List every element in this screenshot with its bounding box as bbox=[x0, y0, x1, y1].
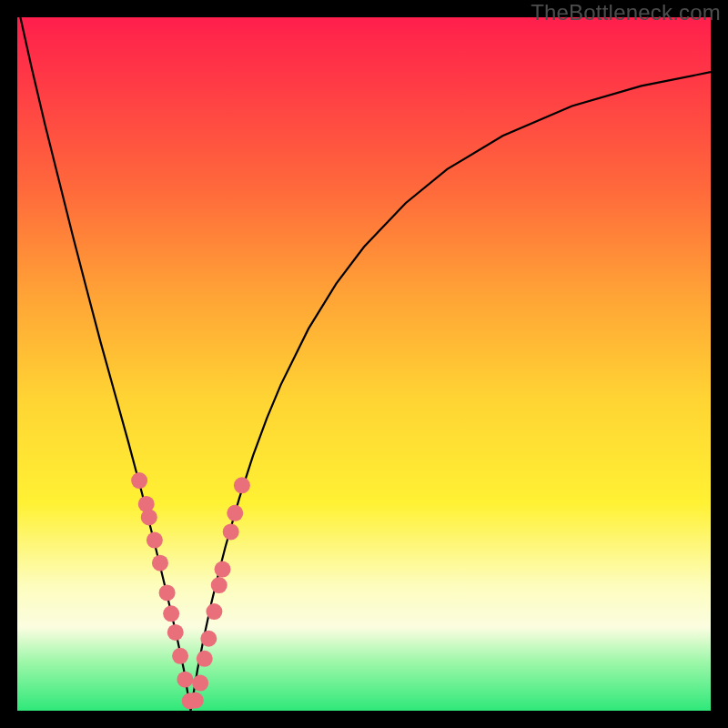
plot-background bbox=[17, 17, 711, 711]
watermark-text: TheBottleneck.com bbox=[531, 0, 721, 25]
